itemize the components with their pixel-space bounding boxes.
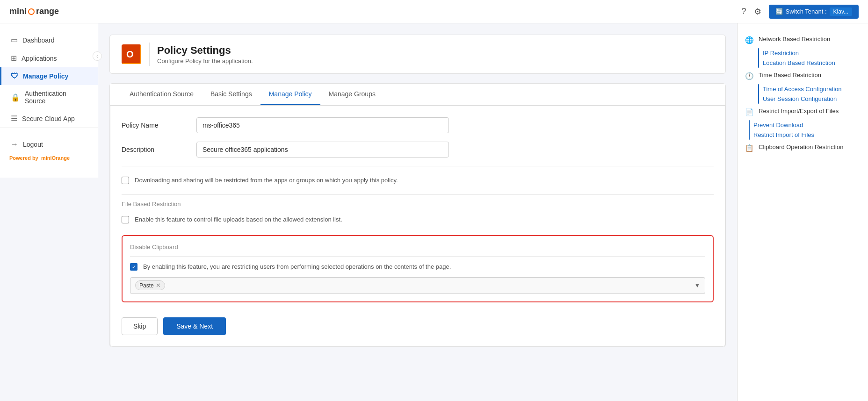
save-next-button[interactable]: Save & Next xyxy=(163,317,226,335)
toc-network-sub-items: IP Restriction Location Based Restrictio… xyxy=(763,48,835,68)
clipboard-checkbox-label: By enabling this feature, you are restri… xyxy=(143,262,451,272)
clipboard-checkbox[interactable] xyxy=(130,263,137,271)
toc-network-sub: IP Restriction Location Based Restrictio… xyxy=(745,47,861,69)
tabs-bar: Authentication Source Basic Settings Man… xyxy=(110,84,725,106)
sidebar-item-authentication-source[interactable]: 🔒 Authentication Source xyxy=(0,85,98,109)
file-restriction-checkbox-row: Enable this feature to control file uplo… xyxy=(122,211,714,228)
policy-name-input[interactable] xyxy=(196,117,449,133)
office365-svg: O xyxy=(123,45,140,63)
separator-2 xyxy=(122,194,714,195)
clipboard-checkbox-row: By enabling this feature, you are restri… xyxy=(130,262,705,272)
toc-restrict-import-label: Restrict Import of Files xyxy=(753,131,814,138)
description-input[interactable] xyxy=(196,142,449,158)
tab-basic-settings[interactable]: Basic Settings xyxy=(202,84,260,105)
tab-authentication-source[interactable]: Authentication Source xyxy=(121,84,202,105)
sidebar: ▭ Dashboard ⊞ Applications 🛡 Manage Poli… xyxy=(0,23,98,178)
svg-text:O: O xyxy=(126,49,134,59)
toc-clipboard-label: Clipboard Operation Restriction xyxy=(759,143,843,150)
toc-prevent-sub-items: Prevent Download Restrict Import of File… xyxy=(753,120,814,140)
sidebar-label-manage-policy: Manage Policy xyxy=(23,72,68,80)
footer-actions: Skip Save & Next xyxy=(122,312,714,335)
restriction-checkbox-label: Downloading and sharing will be restrict… xyxy=(135,176,398,185)
logo-mini: mini xyxy=(9,7,27,16)
sub-bar-icon xyxy=(758,48,759,68)
toc-time-sub: Time of Access Configuration User Sessio… xyxy=(745,83,861,105)
sub-bar-time-icon xyxy=(758,84,759,104)
restriction-checkbox[interactable] xyxy=(122,177,129,184)
powered-by: Powered by miniOrange xyxy=(0,153,98,163)
toc-network-based: 🌐 Network Based Restriction xyxy=(745,33,861,47)
applications-icon: ⊞ xyxy=(11,54,17,63)
file-restriction-checkbox-label: Enable this feature to control file uplo… xyxy=(135,215,342,224)
page-subtitle: Configure Policy for the application. xyxy=(157,57,253,64)
toc-restrict-import-export-label: Restrict Import/Export of Files xyxy=(759,107,839,115)
toc-ip-restriction[interactable]: IP Restriction xyxy=(763,48,835,58)
app-title-text: Policy Settings Configure Policy for the… xyxy=(157,44,253,64)
sidebar-label-applications: Applications xyxy=(22,55,57,62)
policy-form: Policy Name Description Downloading and … xyxy=(110,106,725,347)
sub-bar-prevent-icon xyxy=(749,120,750,140)
sidebar-item-dashboard[interactable]: ▭ Dashboard xyxy=(0,31,98,49)
toc-time-based: 🕐 Time Based Restriction xyxy=(745,69,861,83)
clipboard-section: Disable Clipboard By enabling this featu… xyxy=(122,235,714,302)
separator-1 xyxy=(122,166,714,166)
switch-tenant-button[interactable]: 🔄 Switch Tenant : Klav... xyxy=(769,5,859,19)
app-header: O Policy Settings Configure Policy for t… xyxy=(109,35,726,74)
toc-user-session[interactable]: User Session Configuration xyxy=(763,94,842,104)
gear-icon: ⚙ xyxy=(754,7,761,17)
paste-tag: Paste ✕ xyxy=(135,280,165,290)
help-button[interactable]: ? xyxy=(742,7,746,16)
logo: mini range xyxy=(9,7,59,16)
sidebar-label-logout: Logout xyxy=(23,141,43,148)
sidebar-label-dashboard: Dashboard xyxy=(22,36,55,44)
switch-tenant-label: Switch Tenant : xyxy=(786,8,827,15)
sidebar-item-secure-cloud-app[interactable]: ☰ Secure Cloud App xyxy=(0,109,98,128)
policy-name-row: Policy Name xyxy=(122,117,714,133)
toc-time-sub-items: Time of Access Configuration User Sessio… xyxy=(763,84,842,104)
toc-time-access-label: Time of Access Configuration xyxy=(763,86,842,93)
sync-icon: 🔄 xyxy=(775,8,783,15)
office365-icon: O xyxy=(122,44,141,64)
policy-name-label: Policy Name xyxy=(122,122,187,129)
logo-circle-icon xyxy=(28,8,35,15)
toc-time-label: Time Based Restriction xyxy=(759,72,821,79)
file-based-restriction-label: File Based Restriction xyxy=(122,200,714,208)
toc-user-session-label: User Session Configuration xyxy=(763,95,837,102)
sidebar-item-logout[interactable]: → Logout xyxy=(0,136,98,153)
paste-tag-close[interactable]: ✕ xyxy=(156,282,161,289)
toc-restrict-import[interactable]: Restrict Import of Files xyxy=(753,130,814,140)
toc-network-sub-bar: IP Restriction Location Based Restrictio… xyxy=(758,48,861,68)
sidebar-item-applications[interactable]: ⊞ Applications xyxy=(0,49,98,67)
skip-button[interactable]: Skip xyxy=(122,317,158,335)
toc-prevent-download-label: Prevent Download xyxy=(753,122,803,129)
tab-manage-groups[interactable]: Manage Groups xyxy=(320,84,384,105)
toc-prevent-download[interactable]: Prevent Download xyxy=(753,120,814,130)
toc-restrict-import-export[interactable]: 📄 Restrict Import/Export of Files xyxy=(745,105,861,119)
clipboard-section-title: Disable Clipboard xyxy=(130,243,705,251)
tab-manage-policy[interactable]: Manage Policy xyxy=(260,84,320,105)
tenant-name-badge: Klav... xyxy=(830,7,852,16)
network-icon: 🌐 xyxy=(745,36,754,44)
sidebar-item-manage-policy[interactable]: 🛡 Manage Policy xyxy=(0,67,98,85)
restriction-checkbox-row: Downloading and sharing will be restrict… xyxy=(122,172,714,189)
settings-button[interactable]: ⚙ xyxy=(754,7,761,17)
tag-dropdown-arrow-icon[interactable]: ▼ xyxy=(694,282,700,289)
main-layout: ▭ Dashboard ⊞ Applications 🛡 Manage Poli… xyxy=(0,23,868,401)
sidebar-collapse-button[interactable]: ‹ xyxy=(93,51,102,61)
tabs-form-container: Authentication Source Basic Settings Man… xyxy=(109,83,726,347)
toc-clipboard-operation[interactable]: 📋 Clipboard Operation Restriction xyxy=(745,141,861,155)
toc-time-sub-bar: Time of Access Configuration User Sessio… xyxy=(758,84,861,104)
toc-location-restriction-label: Location Based Restriction xyxy=(763,59,835,66)
right-sidebar: 🌐 Network Based Restriction IP Restricti… xyxy=(737,23,868,401)
toc-location-restriction[interactable]: Location Based Restriction xyxy=(763,58,835,68)
app-title-divider xyxy=(149,43,150,66)
file-restriction-checkbox[interactable] xyxy=(122,216,129,223)
dashboard-icon: ▭ xyxy=(11,36,18,44)
toc-prevent-sub: Prevent Download Restrict Import of File… xyxy=(745,119,861,141)
sidebar-label-secure-cloud-app: Secure Cloud App xyxy=(22,115,75,122)
toc-time-access[interactable]: Time of Access Configuration xyxy=(763,84,842,94)
description-label: Description xyxy=(122,146,187,153)
description-row: Description xyxy=(122,142,714,158)
miniorange-brand: miniOrange xyxy=(41,155,70,161)
tag-input-area[interactable]: Paste ✕ ▼ xyxy=(130,277,705,294)
